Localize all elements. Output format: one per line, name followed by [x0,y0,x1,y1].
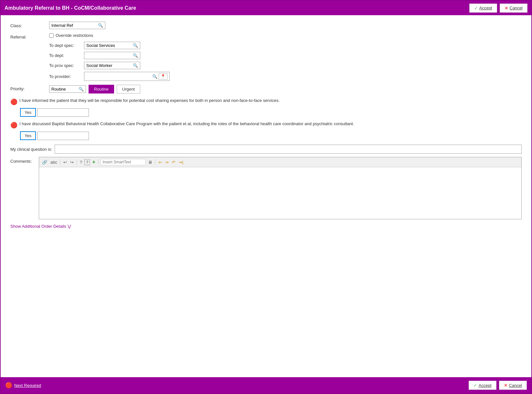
alert-row-1: 🔴 I have informed the patient that they … [10,98,522,105]
to-provider-row: To provider: 🔍 📍 [49,72,170,81]
referral-subrows: Override restrictions To dept spec: 🔍 To… [49,33,170,81]
alert-row-2: 🔴 I have discussed Baptist Behavioral He… [10,121,522,129]
to-dept-container: 🔍 [84,52,140,59]
yes-input-1[interactable] [37,108,89,117]
toolbar-link-btn[interactable]: 🔗 [41,159,48,165]
alert-icon-2: 🔴 [10,122,17,129]
toolbar-divider-3 [98,159,99,165]
priority-input[interactable] [51,87,77,92]
cancel-label-bottom: Cancel [509,383,522,388]
to-dept-spec-input[interactable] [86,43,132,48]
toolbar-arrow-left-btn[interactable]: ⇐ [157,159,163,165]
alert-text-1: I have informed the patient that they wi… [19,98,522,103]
to-dept-input[interactable] [86,53,132,58]
toolbar-divider-2 [77,159,77,165]
cancel-button-top[interactable]: ✕ Cancel [500,4,527,13]
toolbar-divider-1 [60,159,60,165]
cancel-label-top: Cancel [510,5,523,10]
to-provider-input[interactable] [86,74,151,79]
toolbar-list-btn[interactable]: ⇒| [178,159,184,165]
footer-left: 🔴 Next Required [5,382,41,389]
priority-controls: 🔍 Routine Urgent [49,85,140,93]
alert-section-1: 🔴 I have informed the patient that they … [10,98,522,117]
yes-input-2[interactable] [37,132,89,140]
referral-row: Referral: Override restrictions To dept … [10,33,522,81]
to-dept-spec-row: To dept spec: 🔍 [49,42,170,49]
override-checkbox[interactable] [49,33,54,38]
window-title: Ambulatory Referral to BH - CoCM/Collabo… [5,5,136,11]
priority-search-icon[interactable]: 🔍 [79,87,84,92]
class-field-container: 🔍 [49,22,105,29]
toolbar-redo-btn[interactable]: ↪ [69,159,75,165]
title-bar-buttons: ✓ Accept ✕ Cancel [469,4,527,13]
priority-input-container: 🔍 [49,85,86,93]
editor-body[interactable] [39,167,521,219]
accept-button-bottom[interactable]: ✓ Accept [469,381,496,390]
main-window: Ambulatory Referral to BH - CoCM/Collabo… [0,0,532,394]
override-row: Override restrictions [49,33,170,38]
override-label: Override restrictions [56,33,93,38]
to-prov-spec-input[interactable] [86,63,132,68]
to-dept-row: To dept: 🔍 [49,52,170,59]
toolbar-abc-btn[interactable]: abc [49,159,58,165]
form-content: Class: 🔍 Referral: Override restrictions… [1,15,531,377]
class-label: Class: [10,22,49,28]
alert-section-2: 🔴 I have discussed Baptist Behavioral He… [10,121,522,140]
comments-label: Comments: [10,157,36,164]
yes-button-2[interactable]: Yes [20,131,36,140]
toolbar-question1-btn[interactable]: ? [79,159,83,165]
show-additional-label: Show Additional Order Details [10,224,66,229]
clinical-question-input[interactable] [55,145,522,154]
accept-label-bottom: Accept [479,383,492,388]
cancel-button-bottom[interactable]: ✕ Cancel [499,381,527,390]
comments-row: Comments: 🔗 abc ↩ ↪ ? ? + 🖥 ⇐ [10,157,522,219]
check-icon-bottom: ✓ [473,383,477,388]
to-prov-spec-row: To prov spec: 🔍 [49,62,170,69]
clinical-question-row: My clinical question is: [10,145,522,154]
alert-icon-1: 🔴 [10,98,17,105]
routine-button[interactable]: Routine [89,85,114,93]
accept-label-top: Accept [479,5,492,10]
to-dept-spec-label: To dept spec: [49,43,81,48]
show-additional-link[interactable]: Show Additional Order Details ⋁ [10,224,71,229]
class-input[interactable] [51,23,97,28]
to-dept-search-icon[interactable]: 🔍 [133,53,138,58]
next-required-link[interactable]: Next Required [14,383,41,388]
priority-label: Priority: [10,85,49,91]
yes-row-2: Yes [20,131,522,140]
class-search-icon[interactable]: 🔍 [98,23,103,28]
to-provider-search-icon[interactable]: 🔍 [152,74,157,79]
editor-toolbar: 🔗 abc ↩ ↪ ? ? + 🖥 ⇐ ⇒ ↶ ⇒| [39,157,521,167]
to-prov-spec-container: 🔍 [84,62,140,69]
accept-button-top[interactable]: ✓ Accept [469,4,497,13]
to-provider-container: 🔍 📍 [84,72,170,81]
clinical-question-label: My clinical question is: [10,147,52,152]
x-icon-top: ✕ [505,5,508,11]
toolbar-arrow-back-btn[interactable]: ↶ [171,159,176,165]
toolbar-plus-btn[interactable]: + [91,159,96,166]
to-prov-spec-search-icon[interactable]: 🔍 [133,63,138,68]
comments-editor: 🔗 abc ↩ ↪ ? ? + 🖥 ⇐ ⇒ ↶ ⇒| [39,157,522,219]
toolbar-screen-btn[interactable]: 🖥 [147,159,153,165]
urgent-button[interactable]: Urgent [117,85,140,93]
to-dept-spec-search-icon[interactable]: 🔍 [133,43,138,48]
footer-bar: 🔴 Next Required ✓ Accept ✕ Cancel [1,377,531,393]
class-row: Class: 🔍 [10,22,522,29]
smarttext-input[interactable] [101,159,146,165]
x-icon-bottom: ✕ [504,383,508,388]
toolbar-arrow-right-btn[interactable]: ⇒ [164,159,170,165]
to-prov-spec-label: To prov spec: [49,63,81,68]
to-provider-location-button[interactable]: 📍 [159,73,167,80]
yes-button-1[interactable]: Yes [20,108,36,117]
to-dept-label: To dept: [49,53,81,58]
footer-alert-icon: 🔴 [5,382,12,389]
to-dept-spec-container: 🔍 [84,42,140,49]
yes-row-1: Yes [20,108,522,117]
check-icon: ✓ [474,5,478,11]
referral-label: Referral: [10,33,49,39]
toolbar-divider-4 [155,159,155,165]
toolbar-question2-btn[interactable]: ? [84,159,90,165]
to-provider-label: To provider: [49,74,81,79]
priority-row: Priority: 🔍 Routine Urgent [10,85,522,93]
toolbar-undo-btn[interactable]: ↩ [62,159,68,165]
